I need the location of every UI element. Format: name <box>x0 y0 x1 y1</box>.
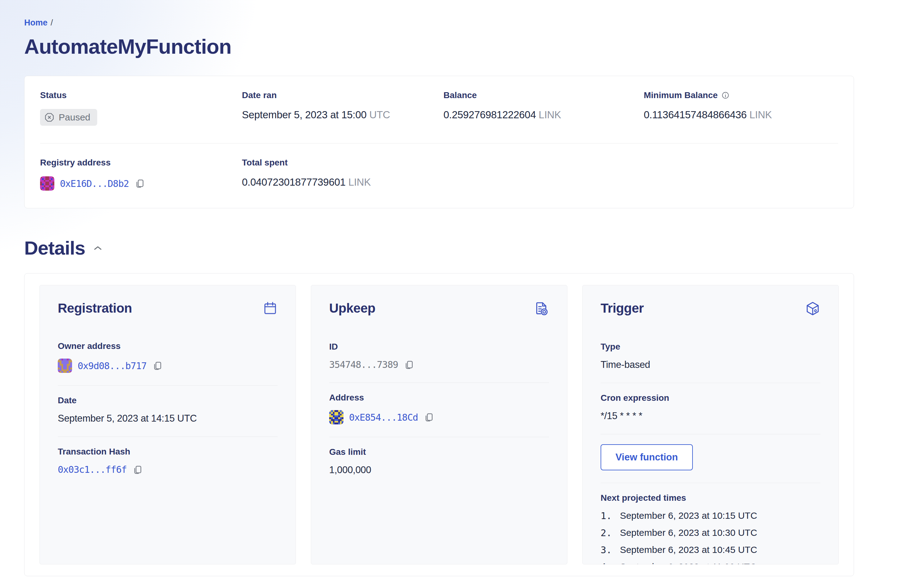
date-ran-suffix: UTC <box>369 109 390 120</box>
registration-title: Registration <box>58 301 132 316</box>
copy-icon[interactable] <box>423 412 434 423</box>
status-badge-text: Paused <box>59 112 90 123</box>
total-spent-suffix: LINK <box>348 176 371 188</box>
upkeep-title: Upkeep <box>329 301 375 316</box>
trigger-type-value: Time-based <box>601 359 821 370</box>
registration-date-label: Date <box>58 396 278 405</box>
overview-card: Status Paused Date ran September 5, 2023… <box>24 76 854 208</box>
copy-icon[interactable] <box>152 360 163 371</box>
owner-address-section: Owner address <box>58 331 278 385</box>
list-item-number: 1. <box>601 510 612 521</box>
list-item-text: September 6, 2023 at 10:30 UTC <box>620 527 757 538</box>
automation-upkeep-page: Home/ AutomateMyFunction Status Paused <box>0 0 913 576</box>
registry-address-link[interactable]: 0xE16D...D8b2 <box>60 178 129 189</box>
transaction-hash-section: Transaction Hash 0x03c1...ff6f <box>58 436 278 488</box>
total-spent-label: Total spent <box>242 158 443 168</box>
next-projected-times-section: Next projected times 1.September 6, 2023… <box>601 483 821 564</box>
identicon-upkeep <box>329 410 343 424</box>
list-item: 3.September 6, 2023 at 10:45 UTC <box>601 544 821 556</box>
status-block: Status Paused <box>40 90 242 126</box>
min-balance-value: 0.11364157484866436 <box>644 109 747 120</box>
status-badge: Paused <box>40 109 97 126</box>
next-projected-times-label: Next projected times <box>601 493 821 503</box>
trigger-type-label: Type <box>601 342 821 352</box>
owner-address-link[interactable]: 0x9d08...b717 <box>78 360 147 371</box>
total-spent-value: 0.04072301877739601 <box>242 176 346 188</box>
copy-icon[interactable] <box>134 178 145 189</box>
view-function-section: View function <box>601 434 821 483</box>
date-ran-label: Date ran <box>242 90 443 100</box>
min-balance-suffix: LINK <box>749 109 772 120</box>
upkeep-id-section: ID 354748...7389 <box>329 332 549 383</box>
list-item: 4.September 6, 2023 at 11:00 UTC <box>601 562 821 564</box>
upkeep-address-label: Address <box>329 393 549 403</box>
list-item: 1.September 6, 2023 at 10:15 UTC <box>601 510 821 521</box>
transaction-hash-link[interactable]: 0x03c1...ff6f <box>58 464 127 475</box>
breadcrumb-separator: / <box>51 18 53 27</box>
trigger-type-section: Type Time-based <box>601 332 821 383</box>
balance-block: Balance 0.259276981222604 LINK <box>443 90 644 126</box>
cube-icon <box>805 301 821 317</box>
min-balance-block: Minimum Balance 0.11364157484866436 LINK <box>644 90 838 126</box>
upkeep-id-label: ID <box>329 342 549 352</box>
registration-card: Registration Owner address <box>39 285 296 564</box>
document-search-icon <box>533 301 549 317</box>
list-item-number: 3. <box>601 544 612 556</box>
registration-date-section: Date September 5, 2023 at 14:15 UTC <box>58 385 278 436</box>
projected-times-list: 1.September 6, 2023 at 10:15 UTC 2.Septe… <box>601 510 821 564</box>
list-item-text: September 6, 2023 at 10:45 UTC <box>620 544 757 556</box>
breadcrumb: Home/ <box>24 18 854 27</box>
upkeep-address-link[interactable]: 0xE854...18Cd <box>349 412 418 423</box>
list-item-text: September 6, 2023 at 11:00 UTC <box>620 562 756 564</box>
list-item-text: September 6, 2023 at 10:15 UTC <box>620 510 757 521</box>
gas-limit-label: Gas limit <box>329 447 549 457</box>
octagon-x-icon <box>44 112 54 122</box>
list-item-number: 2. <box>601 527 612 538</box>
breadcrumb-home-link[interactable]: Home <box>24 18 47 27</box>
owner-address-label: Owner address <box>58 341 278 351</box>
balance-value: 0.259276981222604 <box>443 109 536 120</box>
balance-label: Balance <box>443 90 644 100</box>
registry-label: Registry address <box>40 158 242 168</box>
min-balance-label: Minimum Balance <box>644 90 717 100</box>
total-spent-block: Total spent 0.04072301877739601 LINK <box>242 158 443 191</box>
overview-row-1: Status Paused Date ran September 5, 2023… <box>40 76 838 143</box>
details-heading: Details <box>24 237 85 259</box>
date-ran-block: Date ran September 5, 2023 at 15:00 UTC <box>242 90 443 126</box>
identicon-registry <box>40 176 54 191</box>
list-item: 2.September 6, 2023 at 10:30 UTC <box>601 527 821 538</box>
info-icon[interactable] <box>721 91 729 99</box>
chevron-up-icon[interactable] <box>93 245 102 251</box>
calendar-icon <box>263 301 278 316</box>
registration-date-value: September 5, 2023 at 14:15 UTC <box>58 413 278 424</box>
cron-expression-section: Cron expression */15 * * * * <box>601 383 821 434</box>
upkeep-address-section: Address <box>329 383 549 437</box>
overview-row-2: Registry address <box>40 143 838 208</box>
copy-icon[interactable] <box>404 360 414 370</box>
gas-limit-section: Gas limit 1,000,000 <box>329 437 549 488</box>
page-title: AutomateMyFunction <box>24 34 854 58</box>
details-heading-row: Details <box>24 237 854 259</box>
date-ran-value: September 5, 2023 at 15:00 <box>242 109 367 120</box>
trigger-card: Trigger Type Time-based Cr <box>582 285 839 564</box>
transaction-hash-label: Transaction Hash <box>58 447 278 457</box>
details-card: Registration Owner address <box>24 273 854 576</box>
identicon-owner <box>58 359 72 373</box>
upkeep-card: Upkeep ID 354748...7389 <box>311 285 567 564</box>
upkeep-id-value: 354748...7389 <box>329 359 398 370</box>
view-function-button[interactable]: View function <box>601 444 693 470</box>
registry-block: Registry address <box>40 158 242 191</box>
trigger-title: Trigger <box>601 301 644 316</box>
status-label: Status <box>40 90 242 100</box>
cron-expression-label: Cron expression <box>601 393 821 403</box>
gas-limit-value: 1,000,000 <box>329 464 549 476</box>
balance-suffix: LINK <box>539 109 561 120</box>
copy-icon[interactable] <box>132 464 143 475</box>
list-item-number: 4. <box>601 562 612 564</box>
cron-expression-value: */15 * * * * <box>601 410 821 422</box>
